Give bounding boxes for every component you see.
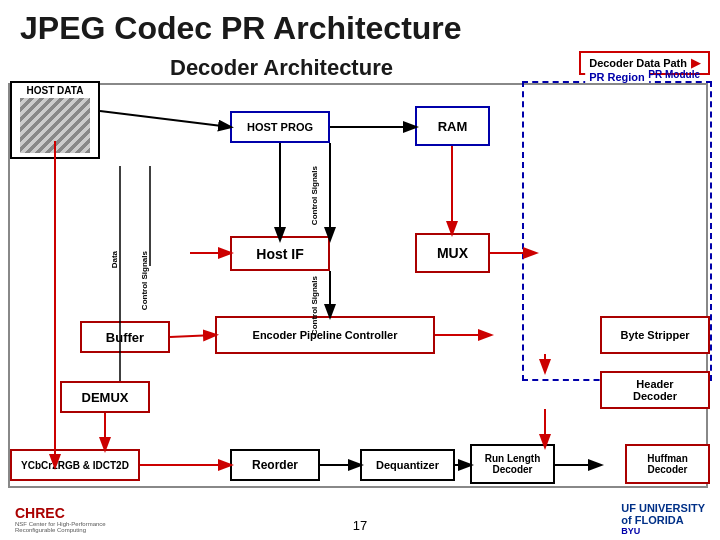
huffman-box: HuffmanDecoder <box>625 444 710 484</box>
uf-logo: UF UNIVERSITYof FLORIDA <box>621 502 705 526</box>
host-data-box: HOST DATA <box>10 81 100 159</box>
pr-region-label: PR Region <box>585 71 649 83</box>
dequantizer-box: Dequantizer <box>360 449 455 481</box>
ctrl-signals-label-2: Control Signals <box>310 276 319 335</box>
ctrl-signals-label-1: Control Signals <box>310 166 319 225</box>
header-decoder-box: HeaderDecoder <box>600 371 710 409</box>
byu-label: BYU <box>621 526 705 536</box>
page-number: 17 <box>353 518 367 533</box>
byte-stripper-box: Byte Stripper <box>600 316 710 354</box>
data-label: Data <box>110 251 119 268</box>
chrec-sub-label: NSF Center for High-PerformanceReconfigu… <box>15 521 106 533</box>
reorder-box: Reorder <box>230 449 320 481</box>
buffer-box: Buffer <box>80 321 170 353</box>
pr-module-label: PR Module <box>648 69 700 80</box>
host-prog-box: HOST PROG <box>230 111 330 143</box>
ycbcr-box: YCbCr2RGB & IDCT2D <box>10 449 140 481</box>
host-data-image <box>20 98 90 153</box>
decoder-arch-title: Decoder Architecture <box>170 55 393 81</box>
encoder-pipeline-box: Encoder Pipeline Controller <box>215 316 435 354</box>
logo-right: UF UNIVERSITYof FLORIDA BYU <box>585 501 705 536</box>
mux-box: MUX <box>415 233 490 273</box>
ctrl-signals-label-left: Control Signals <box>140 251 149 310</box>
host-data-label: HOST DATA <box>14 85 96 96</box>
logo-left: CHREC NSF Center for High-PerformanceRec… <box>15 501 135 536</box>
ram-box: RAM <box>415 106 490 146</box>
host-if-box: Host IF <box>230 236 330 271</box>
page-title: JPEG Codec PR Architecture <box>0 0 720 51</box>
run-length-box: Run LengthDecoder <box>470 444 555 484</box>
demux-box: DEMUX <box>60 381 150 413</box>
chrec-logo: CHREC <box>15 505 106 521</box>
